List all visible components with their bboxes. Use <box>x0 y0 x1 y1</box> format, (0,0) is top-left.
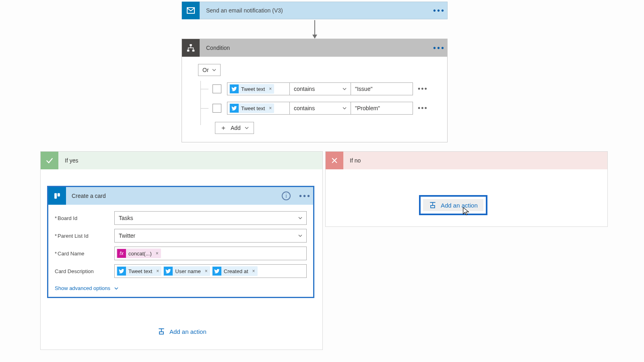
if-yes-branch: If yes Create a card i ••• *Board Id Tas… <box>40 151 323 350</box>
create-card-header[interactable]: Create a card i ••• <box>48 187 313 205</box>
condition-body: Or Tweet text × contains <box>182 57 447 142</box>
chevron-down-icon <box>245 127 249 129</box>
svg-rect-6 <box>58 193 60 196</box>
condition-rows: Tweet text × contains "Issue" ••• <box>200 82 435 134</box>
parent-list-dropdown[interactable]: Twitter <box>114 229 307 243</box>
flow-arrow-icon <box>314 20 315 38</box>
if-yes-title: If yes <box>65 157 78 164</box>
condition-value-text: "Issue" <box>355 86 372 92</box>
row-menu-button[interactable]: ••• <box>418 104 428 113</box>
parent-list-value: Twitter <box>119 232 135 239</box>
info-icon[interactable]: i <box>282 191 291 200</box>
if-no-add-action-button[interactable]: Add an action <box>423 199 483 211</box>
trello-icon <box>48 187 66 205</box>
operator-label: contains <box>294 105 315 111</box>
token-remove-button[interactable]: × <box>203 268 209 274</box>
email-icon <box>182 2 200 19</box>
card-description-label: Card Description <box>55 268 114 274</box>
create-card-menu-button[interactable]: ••• <box>297 188 313 204</box>
chevron-down-icon <box>343 88 347 90</box>
twitter-icon <box>230 104 239 113</box>
dynamic-token[interactable]: Created at × <box>212 266 258 276</box>
token-label: Tweet text <box>240 105 266 111</box>
dynamic-token[interactable]: Tweet text × <box>229 84 274 94</box>
condition-operator-dropdown[interactable]: contains <box>290 102 351 115</box>
svg-rect-5 <box>54 193 57 199</box>
condition-field-input[interactable]: Tweet text × <box>227 102 290 115</box>
group-operator-dropdown[interactable]: Or <box>198 64 221 76</box>
expression-label: concat(...) <box>128 251 153 257</box>
token-remove-button[interactable]: × <box>154 251 160 256</box>
if-no-header[interactable]: If no <box>326 152 607 169</box>
dynamic-token[interactable]: User name × <box>163 266 210 276</box>
email-step-menu-button[interactable]: ••• <box>431 2 447 19</box>
condition-row: Tweet text × contains "Issue" ••• <box>200 82 435 95</box>
email-step-title: Send an email notification (V3) <box>206 7 431 14</box>
chevron-down-icon <box>298 217 302 219</box>
dynamic-token[interactable]: Tweet text × <box>116 266 161 276</box>
token-remove-button[interactable]: × <box>251 268 257 274</box>
condition-row: Tweet text × contains "Problem" ••• <box>200 102 435 115</box>
if-yes-add-action-button[interactable]: Add an action <box>152 325 212 338</box>
condition-step: Condition ••• Or Tweet text × <box>182 39 448 142</box>
email-notification-step[interactable]: Send an email notification (V3) ••• <box>182 2 448 19</box>
svg-rect-3 <box>192 50 195 52</box>
card-name-row: *Card Name fx concat(...) × <box>55 247 307 260</box>
condition-title: Condition <box>206 45 431 51</box>
board-id-label: *Board Id <box>55 215 114 221</box>
card-name-input[interactable]: fx concat(...) × <box>114 247 307 260</box>
svg-rect-1 <box>190 44 192 46</box>
operator-label: contains <box>294 86 315 92</box>
token-remove-button[interactable]: × <box>267 105 273 111</box>
dynamic-token[interactable]: Tweet text × <box>229 103 274 113</box>
condition-header[interactable]: Condition ••• <box>182 39 447 57</box>
parent-list-row: *Parent List Id Twitter <box>55 229 307 243</box>
close-icon <box>326 152 343 169</box>
board-id-value: Tasks <box>119 215 133 221</box>
show-advanced-label: Show advanced options <box>55 285 110 291</box>
svg-rect-7 <box>159 332 163 334</box>
twitter-icon <box>230 84 239 93</box>
condition-icon <box>182 39 200 57</box>
check-icon <box>41 152 58 169</box>
token-remove-button[interactable]: × <box>267 86 273 92</box>
create-card-title: Create a card <box>72 193 282 199</box>
chevron-down-icon <box>298 234 302 237</box>
token-remove-button[interactable]: × <box>155 268 161 274</box>
condition-operator-dropdown[interactable]: contains <box>290 82 351 95</box>
plus-icon: ＋ <box>220 125 227 131</box>
condition-value-input[interactable]: "Issue" <box>351 82 413 95</box>
svg-rect-8 <box>431 206 435 208</box>
if-no-title: If no <box>350 157 361 164</box>
row-checkbox[interactable] <box>213 84 221 93</box>
card-name-label: *Card Name <box>55 251 114 257</box>
token-label: Tweet text <box>240 86 266 92</box>
expression-token[interactable]: fx concat(...) × <box>116 249 161 258</box>
condition-menu-button[interactable]: ••• <box>431 40 447 56</box>
show-advanced-toggle[interactable]: Show advanced options <box>55 285 118 291</box>
add-action-label: Add an action <box>441 202 478 209</box>
create-card-action: Create a card i ••• *Board Id Tasks *Par… <box>47 186 314 298</box>
chevron-down-icon <box>114 287 118 290</box>
add-action-label: Add an action <box>169 328 206 335</box>
group-operator-label: Or <box>202 67 209 73</box>
if-no-add-action-highlight: Add an action <box>419 195 487 215</box>
token-label: Created at <box>223 268 249 274</box>
fx-icon: fx <box>117 249 126 258</box>
token-label: User name <box>174 268 202 274</box>
if-yes-header[interactable]: If yes <box>41 152 322 169</box>
chevron-down-icon <box>212 69 216 71</box>
board-id-dropdown[interactable]: Tasks <box>114 211 307 225</box>
row-checkbox[interactable] <box>213 104 221 113</box>
add-condition-button[interactable]: ＋ Add <box>215 122 254 134</box>
card-description-input[interactable]: Tweet text × User name × Created at × <box>114 264 307 278</box>
twitter-icon <box>164 267 173 276</box>
board-id-row: *Board Id Tasks <box>55 211 307 225</box>
row-menu-button[interactable]: ••• <box>418 85 428 93</box>
parent-list-label: *Parent List Id <box>55 233 114 239</box>
condition-field-input[interactable]: Tweet text × <box>227 82 290 95</box>
chevron-down-icon <box>343 107 347 109</box>
card-description-row: Card Description Tweet text × User name … <box>55 264 307 278</box>
svg-rect-2 <box>187 50 190 52</box>
condition-value-input[interactable]: "Problem" <box>351 102 413 115</box>
